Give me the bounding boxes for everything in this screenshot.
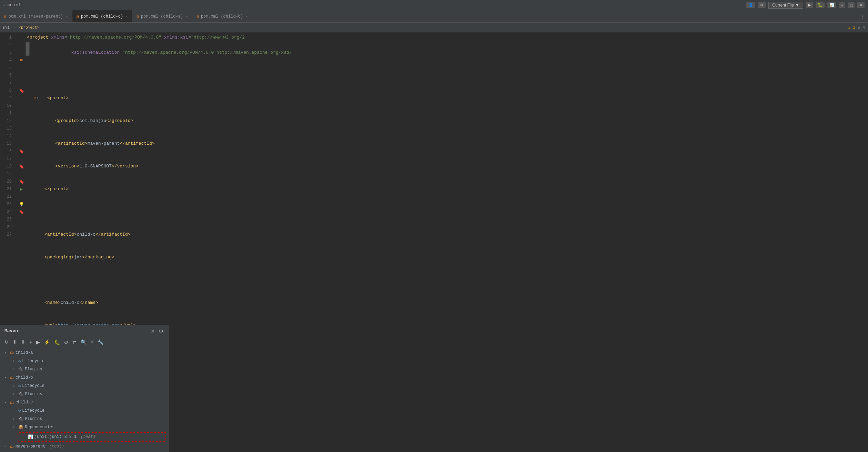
user-icon-btn[interactable]: 👤 [746,2,755,8]
tab-child-c[interactable]: m pom.xml (child-c) ✕ [72,10,132,22]
line-num-11: 11 [0,110,14,117]
junit-highlighted-box: 📊 junit:junit:3.8.1 (test) [18,432,166,442]
child-c-deps-arrow: ▾ [13,425,17,429]
gutter-14 [17,132,26,140]
code-line-14: <url>http://maven.apache.org</url> [27,322,868,325]
minimize-btn[interactable]: − [839,2,845,8]
maven-search-btn[interactable]: 🔍 [79,339,88,346]
tree-child-a[interactable]: ▾ 🗂 child-a [0,349,169,357]
maven-gear-btn[interactable]: ⚙ [158,328,165,335]
current-file-btn[interactable]: Current File ▼ [768,2,803,9]
lifecycle-icon-b: ⚙ [18,383,21,389]
code-lines[interactable]: <project xmlns="http://maven.apache.org/… [26,32,868,325]
child-c-junit-label: junit:junit:3.8.1 (test) [34,434,95,439]
maven-toggle-btn[interactable]: ⇄ [71,339,78,346]
tab-child-a-close[interactable]: ✕ [186,14,188,19]
tree-child-a-lifecycle[interactable]: › ⚙ Lifecycle [0,357,169,365]
tab-child-c-label: pom.xml (child-c) [81,14,123,19]
tab-child-c-icon: m [77,14,79,19]
code-line-12 [27,276,868,284]
child-c-plugins-label: Plugins [25,417,42,421]
line-num-12: 12 [0,117,14,125]
line-num-22: 22 [0,193,14,201]
tab-child-b[interactable]: m pom.xml (child-b) ✕ [192,10,252,22]
gutter-2 [17,41,26,49]
maven-refresh-btn[interactable]: ↻ [3,339,10,346]
line-num-3: 3 [0,49,14,56]
maven-download-btn[interactable]: ⬇ [20,339,27,346]
gutter-12 [17,117,26,125]
profile-btn[interactable]: 📊 [827,2,836,8]
line-num-5: 5 [0,64,14,72]
tree-child-a-plugins[interactable]: › 🔌 Plugins [0,365,169,373]
dropdown-arrow: ▼ [795,3,799,8]
tree-child-b[interactable]: ▾ 🗂 child-b [0,373,169,382]
gutter-19 [17,170,26,178]
line-num-24: 24 [0,208,14,216]
maven-toolbar: ↻ ⬇ ⬇ + ▶ ⚡ 🐛 ⊘ ⇄ 🔍 ≡ 🔧 [0,337,169,347]
maven-run-btn[interactable]: ▶ [35,339,41,346]
tab-parent[interactable]: m pom.xml (maven-parent) ✕ [0,10,72,22]
debug-btn[interactable]: 🐛 [816,2,825,8]
run-btn[interactable]: ▶ [806,2,813,8]
editor-toolbar: s\1 › <project> ⚠ 1 ∧ ∨ [0,23,868,32]
child-c-deps-label: Dependencies [25,425,54,430]
code-line-8: </parent> [27,185,868,193]
editor-area: s\1 › <project> ⚠ 1 ∧ ∨ 1 2 3 4 5 6 7 8 … [0,23,868,452]
tab-child-a-label: pom.xml (child-a) [141,14,183,19]
breadcrumb: s\1 [3,25,10,30]
gutter-20: 🔖 [17,178,26,185]
line-num-4: 4 [0,56,14,64]
maven-wrench-btn[interactable]: 🔧 [96,339,105,346]
child-a-lifecycle-arrow: › [13,359,17,363]
tree-child-b-lifecycle[interactable]: › ⚙ Lifecycle [0,382,169,390]
line-num-27: 27 [0,231,14,238]
close-btn[interactable]: ✕ [857,2,865,8]
lifecycle-icon-a: ⚙ [18,359,21,364]
tab-child-c-close[interactable]: ✕ [126,14,128,19]
tree-child-b-plugins[interactable]: › 🔌 Plugins [0,390,169,398]
collapse-icon[interactable]: ∨ [863,25,865,30]
maven-skip-tests-btn[interactable]: ⊘ [63,339,70,346]
tab-parent-close[interactable]: ✕ [66,14,68,19]
code-line-6: <artifactId>maven-parent</artifactId> [27,140,868,147]
line-num-15: 15 [0,140,14,147]
tab-child-a[interactable]: m pom.xml (child-a) ✕ [132,10,192,22]
gutter-3 [17,49,26,56]
tree-child-c[interactable]: ▾ 🗂 child-c [0,398,169,407]
line-num-8: 8 [0,87,14,94]
line-num-19: 19 [0,170,14,178]
tree-maven-parent[interactable]: › 🗂 maven-parent (root) [0,442,169,451]
gutter-5 [17,64,26,72]
settings-btn[interactable]: ⚙ [758,2,766,8]
child-c-label: child-c [16,400,33,405]
maven-parent-arrow: › [4,445,9,449]
line-num-2: 2 [0,41,14,49]
code-line-9 [27,208,868,216]
maven-build-btn[interactable]: ⚡ [43,339,51,346]
line-num-13: 13 [0,125,14,132]
tree-child-c-lifecycle[interactable]: › ⚙ Lifecycle [0,407,169,415]
maximize-btn[interactable]: □ [848,2,855,8]
maven-parent-icon: 🗂 [10,444,14,449]
maven-add-btn[interactable]: + [28,339,33,346]
line-num-21: 21 [0,185,14,193]
expand-icon[interactable]: ∧ [858,25,860,30]
tabbar: m pom.xml (maven-parent) ✕ m pom.xml (ch… [0,10,868,23]
gutter-4: m [17,56,26,64]
child-b-lifecycle-label: Lifecycle [22,383,44,388]
child-b-lifecycle-arrow: › [13,384,17,388]
maven-settings-btn[interactable]: ≡ [89,339,95,346]
tab-menu-btn[interactable]: ⋮ [857,10,868,22]
tree-child-c-junit[interactable]: 📊 junit:junit:3.8.1 (test) [18,433,165,441]
tab-child-b-close[interactable]: ✕ [246,14,248,19]
tree-child-c-deps[interactable]: ▾ 📦 Dependencies [0,423,169,431]
maven-import-btn[interactable]: ⬇ [11,339,18,346]
code-line-13: <name>child-c</name> [27,299,868,307]
gutter-9 [17,94,26,102]
maven-close-btn[interactable]: ✕ [149,328,156,335]
maven-debug-run-btn[interactable]: 🐛 [53,339,61,346]
tree-child-c-plugins[interactable]: › 🔌 Plugins [0,415,169,423]
line-num-9: 9 [0,94,14,102]
line-numbers: 1 2 3 4 5 6 7 8 9 10 11 12 13 14 15 16 1… [0,32,17,325]
